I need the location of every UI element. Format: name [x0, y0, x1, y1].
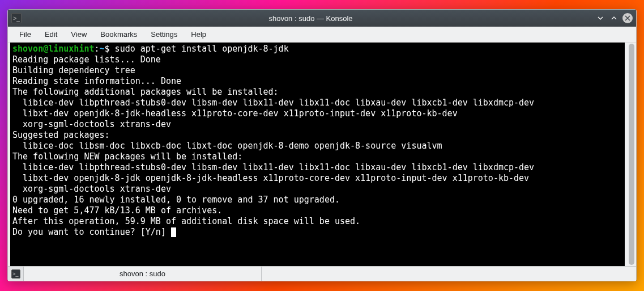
output-line: libxt-dev openjdk-8-jdk openjdk-8-jdk-he…: [12, 173, 529, 183]
output-line: Suggested packages:: [12, 130, 110, 140]
output-line: libice-dev libpthread-stubs0-dev libsm-d…: [12, 162, 534, 172]
menu-help[interactable]: Help: [184, 28, 213, 41]
chevron-up-icon: [610, 14, 618, 22]
maximize-button[interactable]: [609, 13, 619, 23]
cursor: [171, 227, 176, 237]
window-controls: [595, 13, 633, 23]
output-line: The following additional packages will b…: [12, 87, 279, 97]
scroll-thumb[interactable]: [629, 44, 634, 265]
output-line: libice-dev libpthread-stubs0-dev libsm-d…: [12, 98, 534, 108]
output-line: Reading package lists... Done: [12, 54, 161, 65]
prompt-colon: :: [95, 44, 100, 54]
titlebar[interactable]: >_ shovon : sudo — Konsole: [8, 10, 636, 27]
close-icon: [625, 15, 630, 21]
tab-label: shovon : sudo: [120, 269, 165, 278]
menu-file[interactable]: File: [12, 28, 38, 41]
terminal-icon: >_: [11, 269, 20, 279]
output-line: After this operation, 59.9 MB of additio…: [12, 216, 360, 226]
command-text: sudo apt-get install openjdk-8-jdk: [110, 44, 289, 54]
output-line: 0 upgraded, 16 newly installed, 0 to rem…: [12, 195, 340, 205]
window-title: shovon : sudo — Konsole: [26, 14, 595, 23]
output-line: libice-doc libsm-doc libxcb-doc libxt-do…: [12, 141, 442, 151]
menu-edit[interactable]: Edit: [38, 28, 64, 41]
chevron-down-icon: [596, 14, 604, 22]
new-tab-button[interactable]: >_: [8, 267, 24, 281]
tab-1[interactable]: shovon : sudo: [24, 267, 262, 281]
app-icon: >_: [11, 13, 22, 23]
konsole-window: >_ shovon : sudo — Konsole File Edit Vie…: [7, 9, 637, 281]
output-line: The following NEW packages will be insta…: [12, 151, 242, 162]
output-line: Reading state information... Done: [12, 76, 181, 86]
output-line: xorg-sgml-doctools xtrans-dev: [12, 184, 171, 194]
output-line: Do you want to continue? [Y/n]: [12, 227, 171, 237]
terminal-container: shovon@linuxhint:~$ sudo apt-get install…: [8, 43, 636, 266]
output-line: Need to get 5,477 kB/13.6 MB of archives…: [12, 205, 222, 216]
prompt-host: linuxhint: [48, 44, 94, 54]
menu-settings[interactable]: Settings: [144, 28, 184, 41]
scrollbar[interactable]: [627, 43, 636, 266]
menubar: File Edit View Bookmarks Settings Help: [8, 27, 636, 43]
prompt-path: ~: [100, 44, 105, 54]
tabbar: >_ shovon : sudo: [8, 266, 636, 281]
minimize-button[interactable]: [595, 13, 605, 23]
close-button[interactable]: [622, 13, 633, 23]
output-line: Building dependency tree: [12, 65, 171, 75]
prompt-at: @: [43, 44, 48, 54]
prompt-dollar: $: [105, 44, 110, 54]
menu-view[interactable]: View: [64, 28, 93, 41]
prompt-user: shovon: [12, 44, 43, 54]
output-line: xorg-sgml-doctools xtrans-dev: [12, 119, 171, 129]
terminal[interactable]: shovon@linuxhint:~$ sudo apt-get install…: [10, 43, 625, 266]
menu-bookmarks[interactable]: Bookmarks: [93, 28, 144, 41]
output-line: libxt-dev openjdk-8-jdk-headless x11prot…: [12, 108, 458, 119]
